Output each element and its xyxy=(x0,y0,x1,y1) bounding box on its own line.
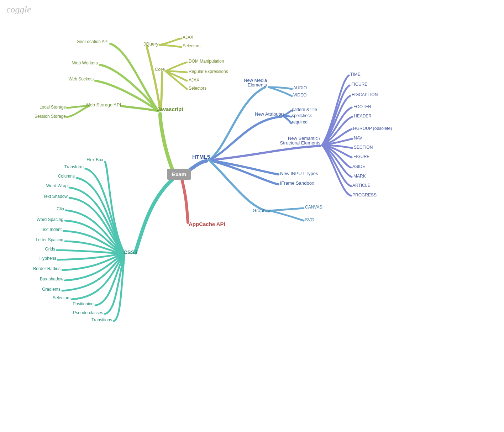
leaf-hgroup[interactable]: HGROUP (obsolete) xyxy=(353,126,392,131)
branch-appcache[interactable]: AppCache API xyxy=(189,221,225,227)
leaf-figure2[interactable]: FIGURE xyxy=(353,154,369,159)
leaf-local-storage[interactable]: Local Storage xyxy=(25,105,66,110)
leaf-box-shadow[interactable]: Box-shadow xyxy=(20,276,63,281)
leaf-pseudo-classes[interactable]: Pseudo-classes xyxy=(52,310,103,315)
leaf-word-wrap[interactable]: Word Wrap xyxy=(27,183,68,188)
leaf-core-selectors[interactable]: Selectors xyxy=(189,86,206,91)
leaf-aside[interactable]: ASIDE xyxy=(352,164,365,169)
node-new-media-2: Elements xyxy=(228,82,267,88)
leaf-session-storage[interactable]: Session Storage xyxy=(21,114,66,119)
leaf-time[interactable]: TIME xyxy=(350,72,361,77)
leaf-letter-spacing[interactable]: Letter Spacing xyxy=(16,237,63,242)
leaf-text-indent[interactable]: Text Indent xyxy=(20,227,62,232)
leaf-new-input-types[interactable]: New INPUT Types xyxy=(280,171,318,176)
node-core[interactable]: Core xyxy=(145,67,165,72)
leaf-web-sockets[interactable]: Web Sockets xyxy=(46,77,94,81)
leaf-nav[interactable]: NAV xyxy=(354,136,362,141)
leaf-footer[interactable]: FOOTER xyxy=(353,104,371,109)
leaf-regex[interactable]: Regular Expressions xyxy=(189,69,228,74)
leaf-figcaption[interactable]: FIGCAPTION xyxy=(352,92,378,97)
leaf-grids[interactable]: Grids xyxy=(25,247,55,252)
leaf-header[interactable]: HEADER xyxy=(354,114,372,118)
leaf-web-workers[interactable]: Web Workers xyxy=(48,60,98,65)
leaf-columns[interactable]: Columns xyxy=(36,174,75,179)
leaf-required[interactable]: required xyxy=(292,120,308,125)
leaf-svg[interactable]: SVG xyxy=(305,217,314,222)
node-web-storage[interactable]: Web Storage API xyxy=(66,102,121,107)
leaf-core-ajax[interactable]: AJAX xyxy=(189,78,199,83)
node-new-attributes[interactable]: New Attributes xyxy=(255,111,285,117)
leaf-css-selectors[interactable]: Selectors xyxy=(32,295,70,300)
leaf-mark[interactable]: MARK xyxy=(353,174,366,179)
leaf-gradients[interactable]: Gradients xyxy=(21,287,61,292)
branch-html5[interactable]: HTML5 xyxy=(192,154,210,160)
leaf-pattern-title[interactable]: pattern & title xyxy=(292,107,317,112)
branch-css3[interactable]: CSS3 xyxy=(124,249,137,255)
leaf-section[interactable]: SECTION xyxy=(354,145,373,150)
node-semantic-2: Structural Elements xyxy=(263,140,320,146)
leaf-jquery-ajax[interactable]: AJAX xyxy=(183,35,193,40)
leaf-iframe-sandbox[interactable]: iFrame Sandbox xyxy=(280,180,314,186)
leaf-positioning[interactable]: Positioning xyxy=(50,301,94,306)
leaf-article[interactable]: ARTICLE xyxy=(352,183,370,188)
leaf-clip[interactable]: Clip xyxy=(34,206,64,211)
leaf-geolocation[interactable]: GeoLocation API xyxy=(53,39,109,44)
leaf-flexbox[interactable]: Flex Box xyxy=(62,157,103,162)
leaf-spellcheck[interactable]: spellcheck xyxy=(292,113,312,118)
branch-javascript[interactable]: Javascript xyxy=(157,106,183,112)
leaf-transitions[interactable]: Transitions xyxy=(71,317,112,322)
node-graphics[interactable]: Graphics xyxy=(253,208,271,213)
node-jquery[interactable]: JQuery xyxy=(132,41,158,47)
leaf-hyphens[interactable]: Hyphens xyxy=(18,256,56,261)
leaf-audio[interactable]: AUDIO xyxy=(293,85,307,90)
leaf-canvas[interactable]: CANVAS xyxy=(305,205,322,210)
leaf-text-shadow[interactable]: Text Shadow xyxy=(21,194,68,199)
leaf-word-spacing[interactable]: Word Spacing xyxy=(16,217,63,222)
leaf-jquery-selectors[interactable]: Selectors xyxy=(183,43,200,48)
root-node[interactable]: Exam xyxy=(167,169,191,180)
leaf-dom-manipulation[interactable]: DOM Manipulation xyxy=(189,59,224,64)
leaf-figure[interactable]: FIGURE xyxy=(351,82,367,87)
leaf-border-radius[interactable]: Border Radius xyxy=(12,266,61,271)
leaf-progress[interactable]: PROGRESS xyxy=(352,193,377,197)
leaf-video[interactable]: VIDEO xyxy=(293,93,306,98)
leaf-transform[interactable]: Transform xyxy=(41,164,84,169)
